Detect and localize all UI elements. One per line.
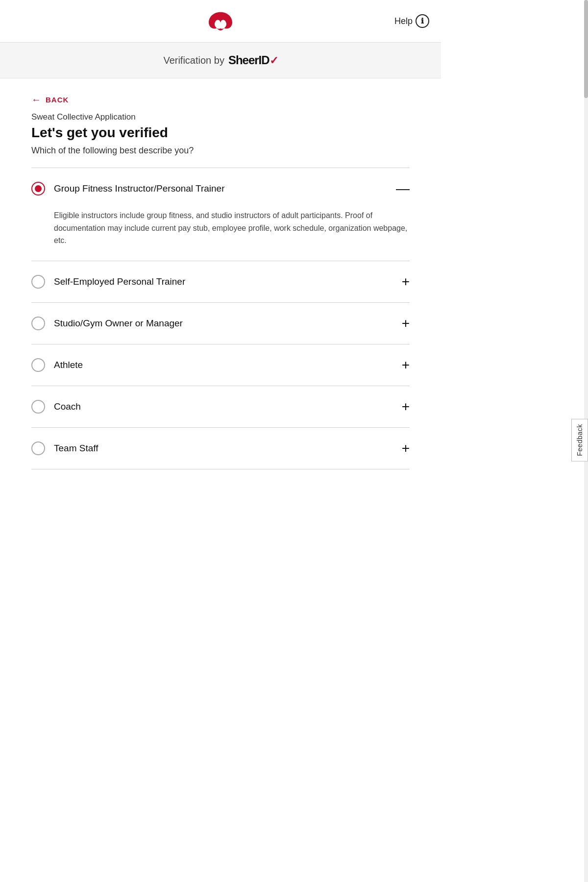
option-group-fitness-expanded: Eligible instructors include group fitne… (31, 209, 410, 261)
radio-studio-gym (31, 317, 45, 330)
option-studio-gym-left: Studio/Gym Owner or Manager (31, 317, 183, 330)
option-studio-gym-label: Studio/Gym Owner or Manager (54, 318, 183, 329)
option-studio-gym: Studio/Gym Owner or Manager + (31, 303, 410, 344)
option-athlete-label: Athlete (54, 360, 83, 370)
back-button[interactable]: ← BACK (31, 94, 69, 105)
option-athlete: Athlete + (31, 344, 410, 386)
sheerid-banner: Verification by SheerID✓ (0, 43, 441, 78)
option-group-fitness-header[interactable]: Group Fitness Instructor/Personal Traine… (31, 168, 410, 209)
option-team-staff: Team Staff + (31, 428, 410, 469)
radio-group-fitness-inner (35, 185, 42, 192)
info-icon: ℹ (416, 14, 429, 28)
page-title: Let's get you verified (31, 125, 410, 141)
option-coach-header[interactable]: Coach + (31, 386, 410, 427)
option-studio-gym-header[interactable]: Studio/Gym Owner or Manager + (31, 303, 410, 344)
option-coach-label: Coach (54, 401, 81, 412)
radio-group-fitness (31, 182, 45, 196)
option-self-employed: Self-Employed Personal Trainer + (31, 261, 410, 303)
option-team-staff-toggle: + (402, 441, 410, 455)
option-team-staff-label: Team Staff (54, 443, 98, 454)
option-team-staff-header[interactable]: Team Staff + (31, 428, 410, 469)
back-arrow-icon: ← (31, 94, 42, 105)
option-studio-gym-toggle: + (402, 317, 410, 330)
option-coach-toggle: + (402, 400, 410, 414)
option-group-fitness-description: Eligible instructors include group fitne… (54, 209, 410, 247)
option-coach-left: Coach (31, 400, 81, 414)
sheerid-banner-content: Verification by SheerID✓ (12, 53, 429, 67)
page-subtitle: Sweat Collective Application (31, 112, 410, 122)
help-button[interactable]: Help ℹ (394, 14, 429, 28)
option-team-staff-left: Team Staff (31, 441, 98, 455)
header: Help ℹ (0, 0, 441, 43)
main-content: ← BACK Sweat Collective Application Let'… (0, 78, 441, 489)
option-self-employed-toggle: + (402, 275, 410, 289)
option-athlete-header[interactable]: Athlete + (31, 344, 410, 386)
option-self-employed-label: Self-Employed Personal Trainer (54, 276, 185, 287)
option-athlete-left: Athlete (31, 358, 83, 372)
help-label: Help (394, 16, 413, 26)
option-group-fitness-label: Group Fitness Instructor/Personal Traine… (54, 183, 224, 194)
options-list: Group Fitness Instructor/Personal Traine… (31, 168, 410, 469)
option-coach: Coach + (31, 386, 410, 428)
option-group-fitness: Group Fitness Instructor/Personal Traine… (31, 168, 410, 261)
back-label: BACK (46, 96, 69, 104)
radio-coach (31, 400, 45, 414)
radio-self-employed (31, 275, 45, 289)
logo-svg (206, 9, 235, 33)
option-group-fitness-toggle: — (396, 182, 410, 196)
radio-team-staff (31, 441, 45, 455)
verification-prefix: Verification by (163, 55, 224, 66)
option-self-employed-header[interactable]: Self-Employed Personal Trainer + (31, 261, 410, 302)
option-athlete-toggle: + (402, 358, 410, 372)
option-group-fitness-left: Group Fitness Instructor/Personal Traine… (31, 182, 224, 196)
page-description: Which of the following best describe you… (31, 146, 410, 156)
sheerid-brand: SheerID✓ (228, 53, 278, 67)
lululemon-logo (206, 9, 235, 33)
option-self-employed-left: Self-Employed Personal Trainer (31, 275, 185, 289)
radio-athlete (31, 358, 45, 372)
